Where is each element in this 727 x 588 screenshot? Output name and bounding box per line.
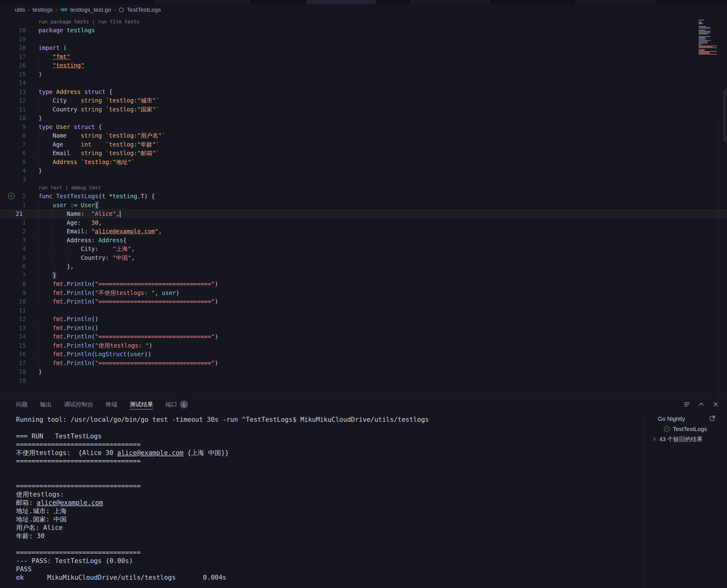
line-number-gutter: 4 bbox=[0, 166, 29, 175]
line-number: 1 bbox=[22, 202, 26, 208]
code-line[interactable]: 12 City string `testlog:"城市"` bbox=[0, 96, 727, 105]
panel-maximize-icon[interactable] bbox=[698, 400, 705, 408]
panel-tab-测试结果[interactable]: 测试结果 bbox=[130, 398, 153, 411]
minimap[interactable] bbox=[699, 20, 722, 57]
panel-tab-端口[interactable]: 端口1 bbox=[165, 398, 188, 411]
code-line[interactable]: 1 user := User{ bbox=[0, 201, 727, 210]
code-line[interactable]: 3 Address: Address{ bbox=[0, 236, 727, 245]
open-test-result-icon[interactable] bbox=[709, 415, 716, 423]
editor-tab[interactable] bbox=[154, 0, 251, 4]
code-line[interactable]: 18import ( bbox=[0, 43, 727, 52]
code-line[interactable]: 17 fmt.Println("========================… bbox=[0, 359, 727, 368]
older-results-row[interactable]: 43 个较旧的结果 bbox=[645, 434, 727, 444]
editor-tab[interactable] bbox=[410, 0, 491, 4]
code-text: fmt.Println() bbox=[29, 315, 99, 323]
code-line[interactable]: 7 } bbox=[0, 271, 727, 280]
code-line[interactable]: 10 fmt.Println("========================… bbox=[0, 297, 727, 306]
code-line[interactable]: 10} bbox=[0, 113, 727, 123]
code-line[interactable]: 16 "testing" bbox=[0, 61, 727, 70]
line-number: 13 bbox=[19, 88, 26, 95]
chevron-right-icon bbox=[651, 437, 657, 442]
line-number-gutter: 18 bbox=[0, 43, 29, 52]
code-text: Name string `testlog:"用户名"` bbox=[29, 131, 165, 140]
code-line[interactable]: 14 bbox=[0, 79, 727, 87]
minimap-line bbox=[699, 22, 702, 23]
editor-tab[interactable] bbox=[377, 0, 410, 4]
code-line[interactable]: 3 bbox=[0, 175, 727, 184]
code-line[interactable]: 17 "fmt" bbox=[0, 52, 727, 61]
panel-close-icon[interactable] bbox=[712, 400, 720, 408]
minimap-line bbox=[699, 53, 710, 54]
minimap-line bbox=[699, 37, 705, 38]
code-line[interactable]: 18} bbox=[0, 367, 727, 376]
breadcrumb-item-symbol[interactable]: TestTestLogs bbox=[127, 6, 161, 13]
code-line[interactable]: 21 Name: "Alice", bbox=[0, 209, 727, 218]
code-line[interactable]: 5 Country: "中国", bbox=[0, 253, 727, 262]
code-line[interactable]: 7 Age int `testlog:"年龄"` bbox=[0, 140, 727, 149]
code-line[interactable]: 13type Address struct { bbox=[0, 87, 727, 96]
code-line[interactable]: 15 fmt.Println("使用testlogs: ") bbox=[0, 341, 727, 350]
code-line[interactable]: 11 bbox=[0, 306, 727, 315]
panel-menu-icon[interactable] bbox=[683, 400, 691, 408]
test-run-provider-row[interactable]: Go Nightly bbox=[645, 414, 727, 424]
code-line[interactable]: 4} bbox=[0, 166, 727, 175]
breadcrumb-item-testlogs[interactable]: testlogs bbox=[32, 6, 53, 13]
code-line[interactable]: 16 fmt.Println(LogStruct(user)) bbox=[0, 350, 727, 359]
line-number: 17 bbox=[19, 360, 26, 366]
panel-tab-终端[interactable]: 终端 bbox=[106, 398, 117, 411]
editor-tab[interactable] bbox=[0, 0, 154, 4]
email-link[interactable]: alice@example.com bbox=[117, 449, 184, 457]
code-text: Age int `testlog:"年龄"` bbox=[29, 140, 160, 149]
code-lines: run package tests | run file tests20pack… bbox=[0, 18, 727, 385]
codelens-action[interactable]: run package tests | run file tests bbox=[39, 19, 140, 25]
code-line[interactable]: ✓2func TestTestLogs(t *testing.T) { bbox=[0, 192, 727, 201]
breadcrumb-item-file[interactable]: testlogs_test.go bbox=[70, 6, 111, 13]
code-text: func TestTestLogs(t *testing.T) { bbox=[29, 192, 155, 201]
codelens-line[interactable]: run package tests | run file tests bbox=[0, 18, 727, 26]
breadcrumb-item-utils[interactable]: utils bbox=[15, 6, 25, 13]
line-number-gutter: 9 bbox=[0, 123, 29, 131]
code-line[interactable]: 13 fmt.Println() bbox=[0, 323, 727, 333]
code-line[interactable]: 6 Email string `testlog:"邮箱"` bbox=[0, 149, 727, 158]
editor-tab[interactable] bbox=[251, 0, 306, 4]
minimap-line bbox=[699, 29, 699, 29]
code-line[interactable]: 9 fmt.Println("不使用testlogs: ", user) bbox=[0, 289, 727, 297]
panel-tab-调试控制台[interactable]: 调试控制台 bbox=[64, 398, 93, 411]
code-line[interactable]: 6 }, bbox=[0, 262, 727, 271]
terminal-output[interactable]: Running tool: /usr/local/go/bin/go test … bbox=[0, 411, 644, 588]
code-line[interactable]: 4 City: "上海", bbox=[0, 245, 727, 253]
code-text: fmt.Println() bbox=[29, 323, 99, 333]
terminal-line: 地址.城市: 上海 bbox=[16, 507, 644, 515]
editor-tab[interactable] bbox=[491, 0, 574, 4]
test-result-item[interactable]: ✓ TestTestLogs bbox=[645, 424, 727, 434]
test-pass-icon[interactable]: ✓ bbox=[8, 193, 15, 199]
code-line[interactable]: 19 bbox=[0, 35, 727, 44]
email-link[interactable]: alice@example.com bbox=[37, 499, 103, 506]
code-line[interactable]: 2 Email: "alice@example.com", bbox=[0, 227, 727, 236]
code-line[interactable]: 5 Address `testlog:"地址"` bbox=[0, 158, 727, 167]
panel-tab-问题[interactable]: 问题 bbox=[16, 398, 28, 411]
editor-scrollbar-thumb[interactable] bbox=[723, 89, 726, 142]
code-text: }, bbox=[29, 262, 74, 271]
code-line[interactable]: 8 Name string `testlog:"用户名"` bbox=[0, 131, 727, 140]
code-line[interactable]: 14 fmt.Println("========================… bbox=[0, 332, 727, 341]
codelens-action[interactable]: run test | debug test bbox=[39, 185, 101, 191]
minimap-line bbox=[699, 24, 699, 25]
code-line[interactable]: 19 bbox=[0, 376, 727, 385]
code-line[interactable]: 12 fmt.Println() bbox=[0, 315, 727, 323]
terminal-line: === RUN TestTestLogs bbox=[16, 432, 644, 441]
code-line[interactable]: 11 Country string `testlog:"国家"` bbox=[0, 105, 727, 114]
line-number: 6 bbox=[22, 263, 26, 270]
code-line[interactable]: 20package testlogs bbox=[0, 26, 727, 35]
code-line[interactable]: 9type User struct { bbox=[0, 123, 727, 131]
line-number: 15 bbox=[19, 342, 26, 349]
code-line[interactable]: 8 fmt.Println("=========================… bbox=[0, 279, 727, 289]
code-editor[interactable]: run package tests | run file tests20pack… bbox=[0, 15, 727, 397]
panel-tab-输出[interactable]: 输出 bbox=[40, 398, 52, 411]
code-line[interactable]: 15) bbox=[0, 70, 727, 79]
editor-tab[interactable] bbox=[574, 0, 658, 4]
code-line[interactable]: 1 Age: 30, bbox=[0, 218, 727, 227]
line-number: 5 bbox=[22, 159, 26, 165]
codelens-line[interactable]: run test | debug test bbox=[0, 184, 727, 192]
editor-tab-active[interactable] bbox=[306, 0, 377, 4]
